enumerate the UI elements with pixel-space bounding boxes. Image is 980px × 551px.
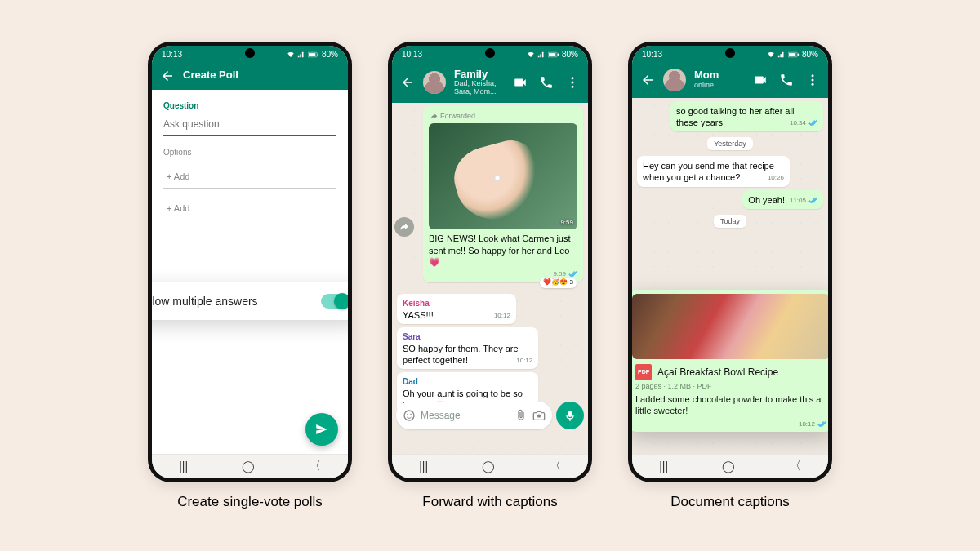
chat-body[interactable]: Forwarded 9:59 BIG NEWS! Look what Carme… [392, 103, 588, 454]
outgoing-message[interactable]: so good talking to her after all these y… [670, 101, 823, 132]
outgoing-message[interactable]: Oh yeah! 11:05 [742, 190, 823, 209]
message-text: BIG NEWS! Look what Carmen just sent me!… [429, 233, 577, 268]
chat-avatar[interactable] [663, 69, 686, 91]
battery-pct: 80% [562, 50, 578, 59]
battery-pct: 80% [322, 50, 338, 59]
forwarded-image[interactable]: 9:59 [429, 123, 577, 229]
message-text: YASS!!! [403, 310, 434, 320]
back-arrow-icon[interactable] [400, 75, 415, 90]
nav-home[interactable]: ◯ [722, 460, 735, 473]
pdf-icon: PDF [635, 364, 652, 380]
svg-point-10 [407, 413, 408, 415]
chat-avatar[interactable] [423, 71, 446, 94]
battery-icon [788, 51, 800, 59]
signal-icon [537, 51, 546, 59]
video-call-icon[interactable] [513, 75, 528, 90]
screen-title: Create Poll [183, 69, 238, 81]
attach-icon[interactable] [514, 409, 528, 422]
svg-rect-14 [789, 53, 795, 56]
nav-back[interactable]: 〈 [790, 459, 801, 473]
chat-status: online [694, 82, 745, 90]
wifi-icon [527, 51, 535, 59]
nav-home[interactable]: ◯ [242, 460, 255, 473]
more-icon[interactable] [805, 73, 820, 87]
nav-recents[interactable]: ||| [659, 460, 668, 473]
chat-header[interactable]: Mom online [632, 64, 828, 98]
reactions[interactable]: ❤️🥳😍 3 [540, 278, 577, 287]
sender-name: Sara [403, 331, 532, 342]
message-time: 11:05 [790, 197, 817, 205]
chat-body[interactable]: so good talking to her after all these y… [632, 98, 828, 454]
incoming-message[interactable]: Keisha YASS!!! 10:12 [397, 294, 516, 324]
notch [485, 48, 495, 58]
wifi-icon [767, 51, 775, 59]
voice-call-icon[interactable] [539, 75, 554, 90]
chat-header[interactable]: Family Dad, Keisha, Sara, Mom... [392, 64, 588, 103]
notch [245, 48, 255, 58]
message-time: 10:12 [516, 357, 532, 365]
svg-point-17 [812, 78, 814, 81]
message-text: Hey can you send me that recipe when you… [643, 161, 774, 182]
send-icon [314, 422, 329, 437]
video-call-icon[interactable] [753, 73, 768, 87]
date-chip: Yesterday [707, 137, 753, 150]
svg-point-9 [404, 411, 414, 420]
nav-back[interactable]: 〈 [550, 459, 561, 473]
system-nav: ||| ◯ 〈 [392, 454, 588, 478]
chat-title: Family [454, 69, 505, 80]
incoming-message[interactable]: Sara SO happy for them. They are perfect… [397, 327, 538, 370]
outgoing-message[interactable]: Forwarded 9:59 BIG NEWS! Look what Carme… [423, 106, 583, 282]
nav-back[interactable]: 〈 [310, 459, 321, 473]
question-label: Question [163, 101, 336, 110]
notch [725, 48, 735, 58]
nav-recents[interactable]: ||| [179, 460, 188, 473]
document-message[interactable]: PDF Açaí Breakfast Bowl Recipe 2 pages ·… [632, 290, 828, 433]
svg-point-8 [572, 85, 574, 87]
message-text: SO happy for them. They are perfect toge… [403, 344, 519, 365]
voice-record-button[interactable] [556, 402, 584, 429]
message-time: 10:34 [790, 119, 817, 127]
more-icon[interactable] [565, 75, 580, 90]
svg-rect-2 [318, 53, 318, 56]
incoming-message[interactable]: Hey can you send me that recipe when you… [637, 156, 790, 187]
svg-rect-1 [309, 53, 315, 56]
svg-point-18 [812, 82, 814, 85]
message-text: Oh yeah! [748, 195, 785, 205]
add-option-row[interactable]: + Add [163, 165, 336, 189]
signal-icon [777, 51, 786, 59]
poll-body: Question Options + Add + Add [152, 90, 348, 454]
system-nav: ||| ◯ 〈 [632, 454, 828, 478]
question-input[interactable] [163, 113, 336, 136]
wifi-icon [287, 51, 295, 59]
nav-home[interactable]: ◯ [482, 460, 495, 473]
phone-forward: 10:13 80% Family Dad, Keisha, Sara, Mom.… [388, 42, 592, 482]
svg-rect-4 [549, 53, 555, 56]
sender-name: Dad [403, 376, 532, 387]
battery-icon [548, 51, 559, 59]
message-input-bar: Message [396, 402, 584, 429]
date-chip: Today [714, 215, 746, 228]
camera-icon[interactable] [532, 409, 546, 422]
emoji-icon[interactable] [403, 409, 416, 422]
input-placeholder: Message [421, 410, 510, 421]
voice-call-icon[interactable] [779, 73, 794, 87]
add-option-row[interactable]: + Add [163, 197, 336, 220]
send-button[interactable] [305, 413, 338, 446]
back-arrow-icon[interactable] [640, 73, 655, 87]
message-input[interactable]: Message [396, 402, 552, 429]
system-nav: ||| ◯ 〈 [152, 454, 348, 478]
back-arrow-icon[interactable] [160, 69, 175, 83]
document-title: Açaí Breakfast Bowl Recipe [657, 367, 778, 378]
header: Create Poll [152, 64, 348, 90]
svg-point-6 [572, 77, 574, 79]
message-time: 10:12 [632, 420, 828, 428]
status-time: 10:13 [402, 50, 422, 59]
nav-recents[interactable]: ||| [419, 460, 428, 473]
battery-pct: 80% [802, 50, 818, 59]
message-text: so good talking to her after all these y… [676, 106, 794, 127]
allow-multiple-toggle[interactable] [321, 294, 348, 309]
chat-members: Dad, Keisha, Sara, Mom... [454, 80, 505, 96]
svg-point-11 [410, 413, 412, 415]
svg-point-7 [572, 81, 574, 83]
share-button[interactable] [394, 217, 414, 237]
